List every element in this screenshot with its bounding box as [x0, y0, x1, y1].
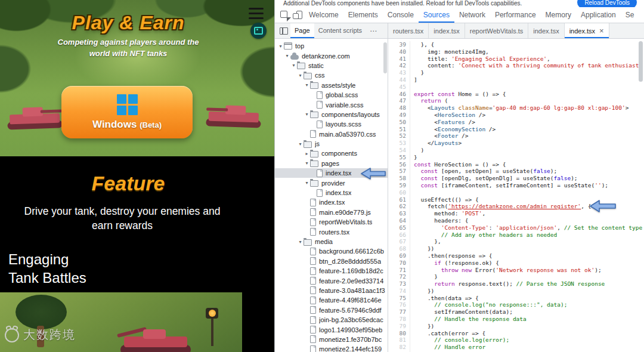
line-number-65[interactable]: 65 — [388, 224, 406, 231]
tab-performance[interactable]: Performance — [490, 7, 541, 23]
navigator-tab-page[interactable]: Page — [290, 23, 314, 38]
line-number-71[interactable]: 71 — [388, 267, 406, 274]
tree-item-detankzone-com[interactable]: ▾detankzone.com — [275, 51, 388, 60]
line-number-46[interactable]: 46 — [388, 91, 406, 98]
line-number-60[interactable]: 60 — [388, 189, 406, 196]
tree-item-index-tsx[interactable]: index.tsx — [275, 188, 388, 197]
line-number-44[interactable]: 44 — [388, 76, 406, 84]
navigator-more-tabs-button[interactable]: ⋯ — [366, 27, 380, 35]
line-number-43[interactable]: 43 — [388, 69, 406, 76]
line-number-55[interactable]: 55 — [388, 154, 406, 161]
tab-network[interactable]: Network — [454, 7, 490, 23]
line-number-74[interactable]: 74 — [388, 288, 406, 295]
tab-memory[interactable]: Memory — [541, 7, 576, 23]
tree-item-logo1-149903ef95beb[interactable]: logo1.149903ef95beb — [275, 325, 388, 334]
line-number-58[interactable]: 58 — [388, 175, 406, 182]
line-number-82[interactable]: 82 — [388, 344, 406, 351]
tree-item-index-tsx[interactable]: index.tsx — [275, 197, 388, 207]
line-number-63[interactable]: 63 — [388, 210, 406, 217]
tree-item-feature-2-0e9ed33714[interactable]: feature-2.0e9ed33714 — [275, 276, 388, 285]
tree-scrollbar[interactable] — [383, 42, 387, 73]
tree-item-btn-d-28e8dddd555a[interactable]: btn_d.28e8dddd555a — [275, 257, 388, 266]
line-number-52[interactable]: 52 — [388, 132, 406, 140]
line-number-80[interactable]: 80 — [388, 330, 406, 337]
line-number-49[interactable]: 49 — [388, 112, 406, 119]
file-tree[interactable]: ▾top▾detankzone.com▾static▾css▾assets/st… — [275, 39, 388, 352]
tab-elements[interactable]: Elements — [343, 7, 383, 23]
tree-item-variable-scss[interactable]: variable.scss — [275, 100, 388, 109]
line-number-75[interactable]: 75 — [388, 295, 406, 302]
line-number-77[interactable]: 77 — [388, 308, 406, 316]
line-number-59[interactable]: 59 — [388, 182, 406, 189]
tree-item-reportwebvitals-ts[interactable]: reportWebVitals.ts — [275, 217, 388, 227]
line-number-39[interactable]: 39 — [388, 41, 406, 48]
tree-item-global-scss[interactable]: global.scss — [275, 90, 388, 100]
file-tab-1-index-tsx[interactable]: index.tsx — [429, 23, 465, 38]
tree-item-components-layouts[interactable]: ▾components/layouts — [275, 110, 388, 119]
line-number-57[interactable]: 57 — [388, 168, 406, 175]
file-tab-2-reportwebvitals-ts[interactable]: reportWebVitals.ts — [465, 23, 528, 38]
line-number-62[interactable]: 62 — [388, 203, 406, 210]
tree-item-feature-1-169db18d2c[interactable]: feature-1.169db18d2c — [275, 266, 388, 276]
line-number-40[interactable]: 40 — [388, 48, 406, 55]
tree-item-assets-style[interactable]: ▾assets/style — [275, 81, 388, 90]
line-number-70[interactable]: 70 — [388, 260, 406, 267]
line-number-50[interactable]: 50 — [388, 119, 406, 126]
tree-item-css[interactable]: ▾css — [275, 70, 388, 80]
line-number-48[interactable]: 48 — [388, 104, 406, 112]
reload-devtools-button[interactable]: Reload DevTools — [577, 0, 637, 7]
tab-console[interactable]: Console — [383, 7, 419, 23]
tree-item-background-66612c6b[interactable]: background.66612c6b — [275, 246, 388, 256]
line-number-54[interactable]: 54 — [388, 147, 406, 154]
tab-sources[interactable]: Sources — [419, 7, 454, 23]
tree-item-routers-tsx[interactable]: routers.tsx — [275, 227, 388, 236]
tree-item-main-a0a53970-css[interactable]: main.a0a53970.css — [275, 129, 388, 139]
tab-application[interactable]: Application — [576, 7, 621, 23]
line-number-78[interactable]: 78 — [388, 316, 406, 323]
line-number-72[interactable]: 72 — [388, 273, 406, 280]
tree-item-layouts-scss[interactable]: layouts.scss — [275, 119, 388, 129]
line-number-56[interactable]: 56 — [388, 161, 406, 168]
tab-welcome[interactable]: Welcome — [304, 7, 343, 23]
line-number-41[interactable]: 41 — [388, 55, 406, 63]
tree-item-media[interactable]: ▾media — [275, 237, 388, 246]
windows-download-button[interactable]: Windows (Beta) — [61, 86, 193, 138]
tree-item-components[interactable]: ▸components — [275, 149, 388, 158]
line-number-61[interactable]: 61 — [388, 196, 406, 203]
line-number-67[interactable]: 67 — [388, 238, 406, 245]
file-tab-0-routers-tsx[interactable]: routers.tsx — [388, 23, 429, 38]
tree-item-feature-3-0a481aac1f3[interactable]: feature-3.0a481aac1f3 — [275, 286, 388, 295]
tree-item-join-bg-2a3bc65edcac[interactable]: join-bg.2a3bc65edcac — [275, 315, 388, 325]
tree-item-feature-4-49f681c46e[interactable]: feature-4.49f681c46e — [275, 295, 388, 305]
inspect-element-icon[interactable] — [279, 10, 290, 20]
file-tab-3-index-tsx[interactable]: index.tsx — [528, 23, 564, 38]
close-tab-icon[interactable]: × — [599, 27, 604, 35]
line-number-42[interactable]: 42 — [388, 62, 406, 69]
editor-scrollbar[interactable] — [639, 41, 643, 82]
line-number-73[interactable]: 73 — [388, 280, 406, 288]
device-toolbar-icon[interactable] — [292, 10, 303, 20]
line-number-47[interactable]: 47 — [388, 97, 406, 104]
tree-item-main-e90de779-js[interactable]: main.e90de779.js — [275, 208, 388, 217]
line-number-66[interactable]: 66 — [388, 231, 406, 239]
line-number-68[interactable]: 68 — [388, 245, 406, 252]
tree-item-monetize1-fe370b7bc[interactable]: monetize1.fe370b7bc — [275, 335, 388, 344]
tree-item-top[interactable]: ▾top — [275, 41, 388, 51]
navigator-panels-icon[interactable] — [280, 27, 288, 35]
line-number-51[interactable]: 51 — [388, 126, 406, 133]
line-number-81[interactable]: 81 — [388, 336, 406, 344]
line-number-76[interactable]: 76 — [388, 301, 406, 308]
line-number-69[interactable]: 69 — [388, 252, 406, 260]
line-number-45[interactable]: 45 — [388, 84, 406, 91]
tree-item-monetize2-144efc159[interactable]: monetize2.144efc159 — [275, 344, 388, 352]
code-editor[interactable]: 3940414243444546474849505152535455565758… — [388, 39, 644, 352]
line-number-64[interactable]: 64 — [388, 217, 406, 224]
line-number-53[interactable]: 53 — [388, 140, 406, 147]
file-tab-4-index-tsx[interactable]: index.tsx× — [565, 23, 609, 38]
tree-item-static[interactable]: ▾static — [275, 61, 388, 70]
tab-se[interactable]: Se — [621, 7, 639, 23]
navigator-tab-content-scripts[interactable]: Content scripts — [314, 23, 366, 38]
line-number-79[interactable]: 79 — [388, 323, 406, 330]
tree-item-js[interactable]: ▾js — [275, 139, 388, 149]
tree-item-feature-5-67946c9ddf[interactable]: feature-5.67946c9ddf — [275, 305, 388, 315]
